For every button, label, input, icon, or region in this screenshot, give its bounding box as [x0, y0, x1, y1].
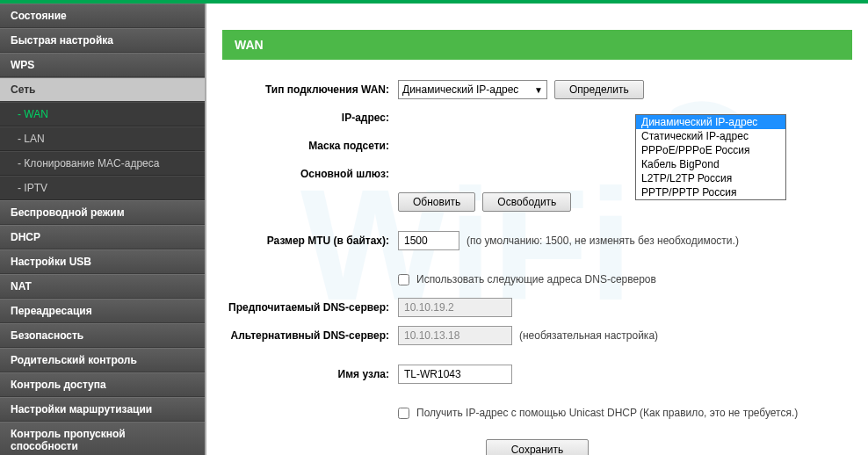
sidebar: СостояниеБыстрая настройкаWPSСеть- WAN- …	[0, 4, 206, 455]
gateway-label: Основной шлюз:	[222, 168, 398, 180]
dns2-hint: (необязательная настройка)	[519, 329, 658, 342]
sidebar-item-17[interactable]: Контроль пропускной способности	[0, 422, 205, 455]
mtu-label: Размер MTU (в байтах):	[222, 235, 398, 247]
unicast-label: Получить IP-адрес с помощью Unicast DHCP…	[416, 407, 798, 419]
dropdown-option-3[interactable]: Кабель BigPond	[636, 157, 785, 171]
dropdown-option-2[interactable]: PPPoE/PPPoE Россия	[636, 143, 785, 157]
dns-checkbox-label: Использовать следующие адреса DNS-сервер…	[416, 273, 656, 285]
refresh-button[interactable]: Обновить	[398, 192, 475, 212]
sidebar-item-2[interactable]: WPS	[0, 53, 205, 77]
dns2-input	[398, 326, 512, 345]
sidebar-item-6[interactable]: - Клонирование MAC-адреса	[0, 151, 205, 176]
sidebar-item-1[interactable]: Быстрая настройка	[0, 28, 205, 53]
sidebar-item-10[interactable]: Настройки USB	[0, 249, 205, 274]
sidebar-item-9[interactable]: DHCP	[0, 225, 205, 249]
host-label: Имя узла:	[222, 368, 398, 380]
wan-type-dropdown: Динамический IP-адресСтатический IP-адре…	[635, 114, 786, 200]
dns1-label: Предпочитаемый DNS-сервер:	[222, 301, 398, 314]
dropdown-option-1[interactable]: Статический IP-адрес	[636, 129, 785, 143]
sidebar-item-5[interactable]: - LAN	[0, 126, 205, 151]
sidebar-item-3[interactable]: Сеть	[0, 77, 205, 102]
mtu-hint: (по умолчанию: 1500, не изменять без нео…	[467, 235, 739, 247]
wan-type-selected-text: Динамический IP-адрес	[402, 83, 518, 96]
sidebar-item-11[interactable]: NAT	[0, 274, 205, 299]
release-button[interactable]: Освободить	[482, 192, 571, 212]
dns-checkbox[interactable]	[398, 274, 409, 285]
save-button[interactable]: Сохранить	[486, 439, 590, 455]
wan-type-select[interactable]: Динамический IP-адрес ▼	[398, 80, 547, 99]
sidebar-item-0[interactable]: Состояние	[0, 4, 205, 28]
sidebar-item-4[interactable]: - WAN	[0, 102, 205, 126]
mask-label: Маска подсети:	[222, 140, 398, 152]
detect-button[interactable]: Определить	[554, 80, 644, 99]
ip-label: IP-адрес:	[222, 112, 398, 124]
sidebar-item-7[interactable]: - IPTV	[0, 176, 205, 200]
dns2-label: Альтернативный DNS-сервер:	[222, 329, 398, 342]
dropdown-option-5[interactable]: PPTP/PPTP Россия	[636, 185, 785, 199]
dropdown-option-0[interactable]: Динамический IP-адрес	[636, 115, 785, 129]
unicast-checkbox[interactable]	[398, 408, 409, 419]
sidebar-item-14[interactable]: Родительский контроль	[0, 348, 205, 372]
dropdown-option-4[interactable]: L2TP/L2TP Россия	[636, 171, 785, 185]
sidebar-item-16[interactable]: Настройки маршрутизации	[0, 397, 205, 422]
host-input[interactable]	[398, 365, 512, 384]
sidebar-item-13[interactable]: Безопасность	[0, 323, 205, 348]
main-content: WiFi WAN Тип подключения WAN: Динамическ…	[206, 4, 868, 455]
page-title: WAN	[222, 30, 852, 60]
sidebar-item-15[interactable]: Контроль доступа	[0, 372, 205, 397]
mtu-input[interactable]	[398, 231, 459, 250]
sidebar-item-12[interactable]: Переадресация	[0, 299, 205, 323]
dns1-input	[398, 298, 512, 317]
sidebar-item-8[interactable]: Беспроводной режим	[0, 200, 205, 225]
wan-type-label: Тип подключения WAN:	[222, 83, 398, 96]
chevron-down-icon: ▼	[534, 85, 543, 95]
